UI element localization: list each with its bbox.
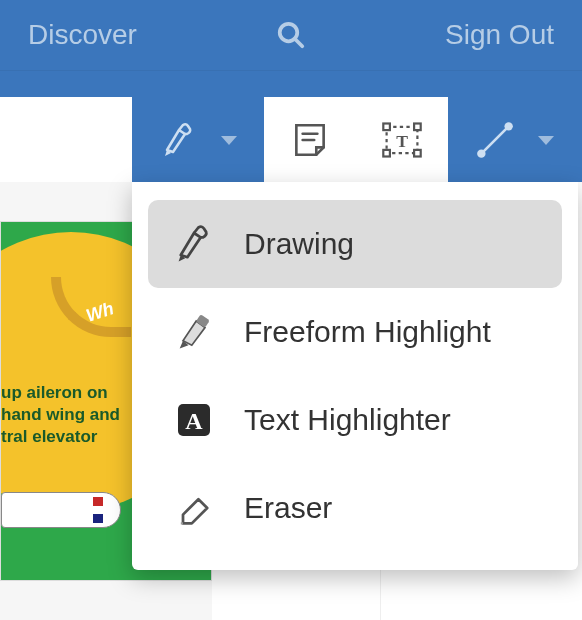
svg-line-1 [295,39,303,47]
content-area: Wh up aileron on hand wing and tral elev… [0,182,582,620]
pen-tool[interactable] [132,97,264,183]
svg-text:T: T [396,131,408,151]
pen-icon [172,222,216,266]
dropdown-item-eraser[interactable]: Eraser [148,464,562,552]
dropdown-label: Freeform Highlight [244,315,491,349]
caption-line: up aileron on [1,382,120,404]
signout-link[interactable]: Sign Out [445,19,554,51]
line-icon [474,119,516,161]
dropdown-label: Eraser [244,491,332,525]
toolbar-spacer [0,97,132,182]
dropdown-item-drawing[interactable]: Drawing [148,200,562,288]
note-tool[interactable] [264,97,356,183]
drawing-tools-dropdown: Drawing Freeform Highlight A Text Highli… [132,182,578,570]
chevron-down-icon [221,136,237,145]
discover-link[interactable]: Discover [28,19,137,51]
pen-tool-group [132,97,264,183]
textbox-icon: T [380,118,424,162]
svg-point-12 [504,122,512,130]
dropdown-item-text-highlighter[interactable]: A Text Highlighter [148,376,562,464]
chevron-down-icon [538,136,554,145]
svg-text:A: A [185,408,203,434]
svg-rect-5 [383,124,390,131]
svg-rect-7 [383,150,390,157]
svg-line-10 [481,126,508,153]
dropdown-label: Text Highlighter [244,403,451,437]
highlighter-icon [172,310,216,354]
preview-plane-stripe [93,497,103,523]
preview-plane [1,492,121,528]
line-tool[interactable] [448,97,580,183]
active-tool-group: T [264,97,448,183]
preview-caption: up aileron on hand wing and tral elevato… [1,382,120,448]
svg-point-11 [477,149,485,157]
note-icon [289,119,331,161]
caption-line: hand wing and [1,404,120,426]
dropdown-label: Drawing [244,227,354,261]
dropdown-item-freeform-highlight[interactable]: Freeform Highlight [148,288,562,376]
search-icon[interactable] [276,20,306,50]
svg-rect-6 [414,124,421,131]
text-a-icon: A [172,400,216,440]
toolbar: T [0,70,582,182]
textbox-tool[interactable]: T [356,97,448,183]
top-nav: Discover Sign Out [0,0,582,70]
eraser-icon [172,486,216,530]
svg-rect-8 [414,150,421,157]
pen-icon [159,120,199,160]
caption-line: tral elevator [1,426,120,448]
line-tool-group [448,97,580,183]
